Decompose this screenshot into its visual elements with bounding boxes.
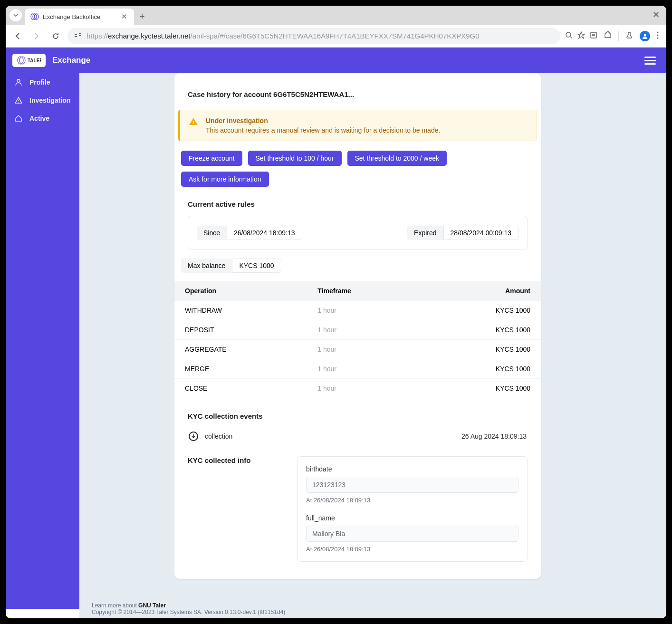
- birthdate-input[interactable]: [306, 477, 518, 493]
- svg-point-14: [657, 35, 659, 36]
- svg-rect-3: [75, 34, 77, 35]
- window-close-icon[interactable]: ✕: [653, 10, 660, 20]
- threshold-2000-button[interactable]: Set threshold to 2000 / week: [347, 151, 447, 166]
- extensions-icon[interactable]: [604, 31, 612, 40]
- expired-value: 28/08/2024 00:09:13: [443, 226, 518, 240]
- svg-point-21: [18, 102, 19, 102]
- fullname-label: full_name: [306, 514, 518, 522]
- cell-timeframe: 1 hour: [307, 301, 422, 320]
- footer-link[interactable]: GNU Taler: [138, 602, 166, 609]
- birthdate-meta: At 26/08/2024 18:09:13: [306, 497, 518, 504]
- cell-timeframe: 1 hour: [307, 340, 422, 359]
- sidebar-item-active[interactable]: Active: [6, 109, 79, 127]
- browser-toolbar: https://exchange.kyctest.taler.net/aml-s…: [6, 25, 666, 48]
- labs-icon[interactable]: [625, 31, 633, 40]
- cell-amount: KYCS 1000: [422, 320, 541, 340]
- table-row: CLOSE1 hourKYCS 1000: [174, 379, 541, 398]
- sidebar-item-profile[interactable]: Profile: [6, 73, 79, 91]
- since-value: 26/08/2024 18:09:13: [227, 226, 302, 240]
- svg-line-8: [570, 37, 572, 38]
- browser-tab[interactable]: Exchange Backoffice ✕: [25, 9, 134, 25]
- tab-list-dropdown[interactable]: [10, 9, 22, 21]
- cell-operation: CLOSE: [174, 379, 307, 398]
- table-row: WITHDRAW1 hourKYCS 1000: [174, 301, 541, 320]
- site-settings-icon[interactable]: [74, 32, 82, 40]
- warning-icon: [14, 96, 23, 105]
- cell-timeframe: 1 hour: [307, 359, 422, 379]
- table-row: MERGE1 hourKYCS 1000: [174, 359, 541, 379]
- svg-text:TALER: TALER: [28, 58, 41, 63]
- svg-point-23: [193, 124, 194, 125]
- svg-rect-4: [75, 36, 77, 37]
- cell-operation: MERGE: [174, 359, 307, 379]
- alert-text: This account requires a manual review an…: [206, 126, 440, 134]
- alert-banner: Under investigation This account require…: [178, 110, 537, 141]
- forward-button[interactable]: [29, 29, 44, 43]
- url-text: https://exchange.kyctest.taler.net/aml-s…: [86, 32, 480, 40]
- cell-amount: KYCS 1000: [422, 359, 541, 379]
- svg-rect-9: [591, 32, 596, 38]
- cell-operation: WITHDRAW: [174, 301, 307, 320]
- footer: Learn more about GNU Taler Copyright © 2…: [79, 599, 666, 618]
- sidebar-item-label: Investigation: [29, 96, 70, 104]
- event-date: 26 Aug 2024 18:09:13: [461, 432, 527, 440]
- svg-point-19: [17, 79, 20, 82]
- cell-timeframe: 1 hour: [307, 379, 422, 398]
- sidebar: Profile Investigation Active: [6, 73, 79, 609]
- ask-info-button[interactable]: Ask for more information: [181, 172, 269, 187]
- cell-amount: KYCS 1000: [422, 301, 541, 320]
- svg-point-7: [566, 32, 571, 37]
- col-amount: Amount: [422, 281, 541, 301]
- fullname-meta: At 26/08/2024 18:09:13: [306, 546, 518, 553]
- address-bar[interactable]: https://exchange.kyctest.taler.net/aml-s…: [67, 28, 560, 44]
- tab-favicon-icon: [30, 13, 39, 20]
- events-section-title: KYC collection events: [188, 412, 528, 420]
- home-icon: [14, 114, 23, 123]
- hamburger-menu-icon[interactable]: [641, 53, 660, 68]
- zoom-icon[interactable]: [565, 31, 573, 41]
- max-balance-label: Max balance: [181, 259, 232, 273]
- since-label: Since: [197, 226, 227, 240]
- profile-icon[interactable]: [640, 31, 650, 41]
- back-button[interactable]: [10, 29, 25, 43]
- cell-amount: KYCS 1000: [422, 340, 541, 359]
- bookmark-icon[interactable]: [577, 31, 585, 41]
- threshold-100-button[interactable]: Set threshold to 100 / hour: [248, 151, 342, 166]
- action-bar: Freeze account Set threshold to 100 / ho…: [181, 151, 534, 187]
- alert-warning-icon: [189, 117, 198, 126]
- cell-operation: AGGREGATE: [174, 340, 307, 359]
- close-tab-icon[interactable]: ✕: [120, 12, 128, 21]
- new-tab-button[interactable]: +: [134, 12, 151, 25]
- tab-title: Exchange Backoffice: [43, 13, 116, 20]
- svg-rect-5: [79, 33, 81, 34]
- sidebar-item-label: Profile: [29, 78, 50, 86]
- rule-period-box: Since 26/08/2024 18:09:13 Expired 28/08/…: [188, 216, 528, 250]
- app-title: Exchange: [52, 56, 90, 65]
- freeze-account-button[interactable]: Freeze account: [181, 151, 242, 166]
- col-operation: Operation: [174, 281, 307, 301]
- event-row: collection 26 Aug 2024 18:09:13: [188, 428, 528, 445]
- reader-icon[interactable]: [590, 31, 597, 40]
- birthdate-label: birthdate: [306, 465, 518, 473]
- app-header: TALER Exchange: [6, 48, 666, 73]
- kebab-menu-icon[interactable]: [657, 31, 659, 40]
- taler-logo-icon: TALER: [17, 56, 41, 65]
- cell-amount: KYCS 1000: [422, 379, 541, 398]
- table-row: AGGREGATE1 hourKYCS 1000: [174, 340, 541, 359]
- fullname-input[interactable]: [306, 526, 518, 542]
- collected-section-title: KYC collected info: [188, 456, 288, 464]
- sidebar-item-label: Active: [29, 115, 49, 122]
- page-title: Case history for account 6G6T5C5N2HTEWAA…: [188, 90, 528, 98]
- cell-operation: DEPOSIT: [174, 320, 307, 340]
- app-logo[interactable]: TALER: [12, 54, 46, 67]
- reload-button[interactable]: [48, 29, 63, 43]
- case-panel: Case history for account 6G6T5C5N2HTEWAA…: [174, 73, 541, 579]
- download-circle-icon: [189, 432, 198, 441]
- svg-point-13: [657, 32, 659, 33]
- sidebar-item-investigation[interactable]: Investigation: [6, 91, 79, 109]
- svg-rect-6: [79, 35, 81, 36]
- max-balance-value: KYCS 1000: [232, 259, 281, 273]
- col-timeframe: Timeframe: [307, 281, 422, 301]
- collected-info-panel: birthdate At 26/08/2024 18:09:13 full_na…: [297, 456, 528, 562]
- user-icon: [14, 78, 23, 86]
